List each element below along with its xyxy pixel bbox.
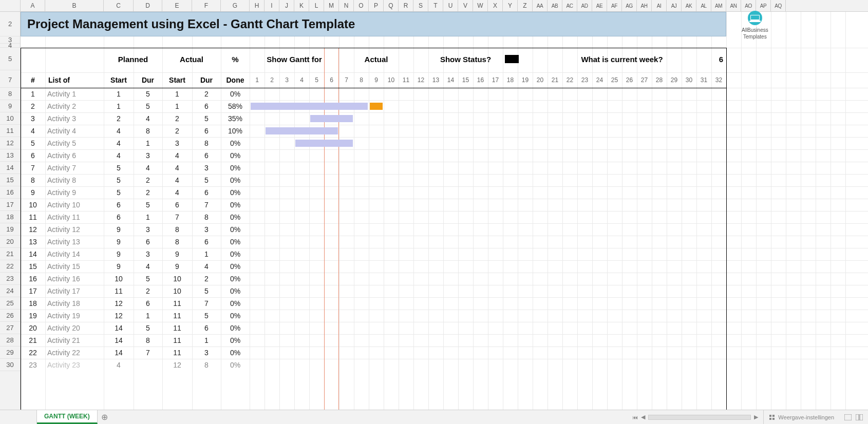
- actual-start[interactable]: 8: [162, 236, 192, 248]
- activity-name[interactable]: Activity 11: [45, 211, 104, 223]
- pct-done[interactable]: 0%: [221, 236, 250, 248]
- actual-start[interactable]: 7: [162, 211, 192, 223]
- activity-name[interactable]: Activity 22: [45, 346, 104, 359]
- activity-name[interactable]: Activity 17: [45, 285, 104, 297]
- planned-dur[interactable]: 4: [134, 162, 162, 174]
- actual-start[interactable]: 11: [162, 297, 192, 310]
- col-letter[interactable]: P: [369, 0, 384, 11]
- pct-done[interactable]: 0%: [221, 88, 250, 100]
- view-settings[interactable]: Weergave-instellingen: [763, 410, 839, 424]
- col-letter[interactable]: AN: [726, 0, 741, 11]
- activity-name[interactable]: Activity 15: [45, 260, 104, 273]
- activity-name[interactable]: Activity 16: [45, 273, 104, 285]
- actual-dur[interactable]: 7: [192, 199, 221, 211]
- gantt-bar[interactable]: [266, 127, 338, 134]
- actual-dur[interactable]: 6: [192, 125, 221, 137]
- pct-done[interactable]: 0%: [221, 199, 250, 211]
- col-letter[interactable]: Q: [384, 0, 399, 11]
- planned-dur[interactable]: 6: [134, 297, 162, 310]
- row-index[interactable]: 11: [21, 211, 45, 223]
- pct-done[interactable]: 10%: [221, 125, 250, 137]
- col-letter[interactable]: S: [413, 0, 428, 11]
- actual-start[interactable]: 9: [162, 260, 192, 273]
- col-letter[interactable]: AE: [592, 0, 607, 11]
- col-letter[interactable]: J: [279, 0, 294, 11]
- planned-dur[interactable]: 1: [134, 137, 162, 149]
- activity-name[interactable]: Activity 4: [45, 125, 104, 137]
- horizontal-scroll[interactable]: ⏮ ◀ ▶: [627, 410, 763, 424]
- planned-start[interactable]: 4: [104, 125, 134, 137]
- col-letter[interactable]: AG: [622, 0, 637, 11]
- actual-start[interactable]: 4: [162, 162, 192, 174]
- col-letter[interactable]: AF: [607, 0, 622, 11]
- row-index[interactable]: 17: [21, 285, 45, 297]
- col-letter[interactable]: AM: [711, 0, 726, 11]
- row-number[interactable]: 9: [0, 100, 20, 112]
- actual-start[interactable]: 3: [162, 137, 192, 149]
- col-letter[interactable]: M: [324, 0, 339, 11]
- planned-start[interactable]: 9: [104, 236, 134, 248]
- row-index[interactable]: 4: [21, 125, 45, 137]
- row-number[interactable]: 12: [0, 137, 20, 149]
- col-letter[interactable]: V: [458, 0, 473, 11]
- activity-name[interactable]: Activity 7: [45, 162, 104, 174]
- planned-start[interactable]: 14: [104, 334, 134, 346]
- select-all-corner[interactable]: [0, 0, 21, 11]
- col-letter[interactable]: D: [134, 0, 162, 11]
- row-index[interactable]: 8: [21, 174, 45, 186]
- planned-dur[interactable]: 1: [134, 211, 162, 223]
- actual-dur[interactable]: 6: [192, 322, 221, 334]
- planned-start[interactable]: 4: [104, 359, 134, 371]
- col-letter[interactable]: N: [339, 0, 354, 11]
- planned-start[interactable]: 9: [104, 223, 134, 236]
- col-letter[interactable]: O: [354, 0, 369, 11]
- pct-done[interactable]: 0%: [221, 174, 250, 186]
- col-letter[interactable]: E: [162, 0, 192, 11]
- scroll-first-icon[interactable]: ⏮: [632, 414, 638, 420]
- row-index[interactable]: 23: [21, 359, 45, 371]
- col-letter[interactable]: AI: [652, 0, 667, 11]
- actual-start[interactable]: 11: [162, 334, 192, 346]
- actual-dur[interactable]: 8: [192, 137, 221, 149]
- actual-dur[interactable]: 6: [192, 236, 221, 248]
- activity-name[interactable]: Activity 6: [45, 149, 104, 162]
- col-letter[interactable]: AH: [637, 0, 652, 11]
- row-index[interactable]: 9: [21, 186, 45, 199]
- row-number[interactable]: 17: [0, 199, 20, 211]
- sheet-tab-gantt[interactable]: GANTT (WEEK): [37, 410, 98, 424]
- actual-dur[interactable]: 5: [192, 112, 221, 125]
- planned-dur[interactable]: 7: [134, 346, 162, 359]
- row-index[interactable]: 21: [21, 334, 45, 346]
- activity-name[interactable]: Activity 18: [45, 297, 104, 310]
- planned-dur[interactable]: 2: [134, 285, 162, 297]
- gantt-bar[interactable]: [251, 103, 368, 110]
- status-swatch[interactable]: [505, 55, 519, 63]
- gantt-bar[interactable]: [370, 103, 383, 110]
- activity-name[interactable]: Activity 23: [45, 359, 104, 371]
- grid-area[interactable]: Project Management using Excel - Gantt C…: [21, 12, 868, 410]
- planned-start[interactable]: 4: [104, 137, 134, 149]
- row-index[interactable]: 22: [21, 346, 45, 359]
- row-index[interactable]: 15: [21, 260, 45, 273]
- actual-dur[interactable]: 3: [192, 223, 221, 236]
- planned-dur[interactable]: 5: [134, 322, 162, 334]
- pct-done[interactable]: 0%: [221, 285, 250, 297]
- pct-done[interactable]: 35%: [221, 112, 250, 125]
- pct-done[interactable]: 0%: [221, 149, 250, 162]
- planned-dur[interactable]: 4: [134, 112, 162, 125]
- row-number[interactable]: 28: [0, 334, 20, 346]
- planned-dur[interactable]: 2: [134, 186, 162, 199]
- col-letter[interactable]: T: [428, 0, 443, 11]
- planned-dur[interactable]: 8: [134, 125, 162, 137]
- col-letter[interactable]: AB: [548, 0, 562, 11]
- col-letter[interactable]: H: [250, 0, 265, 11]
- planned-start[interactable]: 6: [104, 199, 134, 211]
- row-number[interactable]: 23: [0, 273, 20, 285]
- actual-dur[interactable]: 4: [192, 260, 221, 273]
- activity-name[interactable]: Activity 12: [45, 223, 104, 236]
- actual-dur[interactable]: 5: [192, 285, 221, 297]
- actual-start[interactable]: 11: [162, 346, 192, 359]
- activity-name[interactable]: Activity 9: [45, 186, 104, 199]
- pct-done[interactable]: 0%: [221, 322, 250, 334]
- planned-start[interactable]: 12: [104, 310, 134, 322]
